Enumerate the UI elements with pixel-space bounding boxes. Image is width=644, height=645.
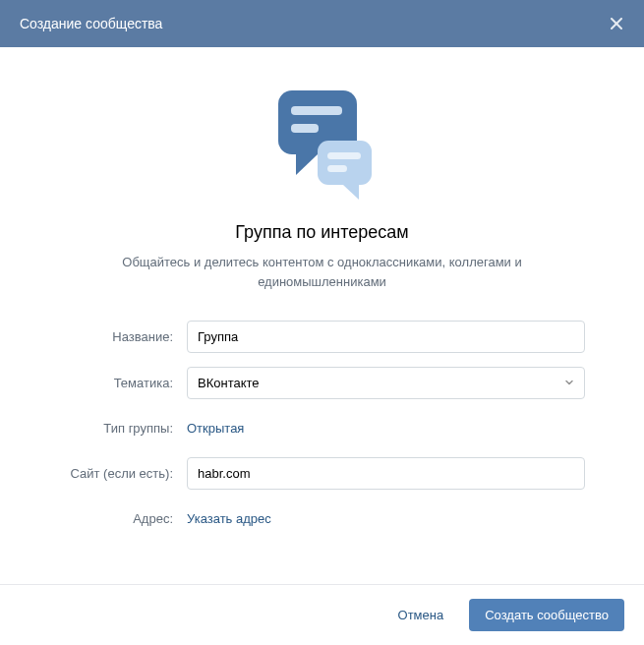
website-row: Сайт (если есть): — [59, 457, 585, 490]
modal-title: Создание сообщества — [20, 16, 162, 31]
chat-bubbles-icon — [59, 87, 585, 205]
form: Название: Тематика: ВКонтакте Тип груп — [59, 321, 585, 534]
website-input[interactable] — [187, 457, 585, 490]
create-button[interactable]: Создать сообщество — [469, 599, 624, 631]
name-input[interactable] — [187, 321, 585, 353]
close-icon — [609, 16, 624, 31]
modal-body: Группа по интересам Общайтесь и делитесь… — [0, 47, 644, 584]
group-type-row: Тип группы: Открытая — [59, 413, 585, 443]
svg-rect-4 — [291, 124, 319, 133]
modal-footer: Отмена Создать сообщество — [0, 584, 644, 645]
address-label: Адрес: — [59, 511, 187, 526]
hero-title: Группа по интересам — [59, 222, 585, 243]
address-link[interactable]: Указать адрес — [187, 503, 585, 534]
group-type-label: Тип группы: — [59, 421, 187, 436]
group-type-link[interactable]: Открытая — [187, 413, 585, 443]
address-row: Адрес: Указать адрес — [59, 503, 585, 534]
svg-rect-5 — [318, 141, 372, 185]
name-label: Название: — [59, 329, 187, 344]
close-button[interactable] — [609, 16, 624, 31]
svg-rect-6 — [327, 152, 361, 159]
modal-header: Создание сообщества — [0, 0, 644, 47]
topic-select-value: ВКонтакте — [187, 367, 585, 399]
topic-label: Тематика: — [59, 376, 187, 390]
topic-select[interactable]: ВКонтакте — [187, 367, 585, 399]
hero-subtitle: Общайтесь и делитесь контентом с однокла… — [59, 253, 585, 291]
website-label: Сайт (если есть): — [59, 466, 187, 481]
hero-section: Группа по интересам Общайтесь и делитесь… — [59, 87, 585, 291]
topic-row: Тематика: ВКонтакте — [59, 367, 585, 399]
cancel-button[interactable]: Отмена — [382, 599, 460, 631]
svg-rect-3 — [291, 106, 342, 115]
svg-rect-7 — [327, 165, 347, 172]
name-row: Название: — [59, 321, 585, 353]
